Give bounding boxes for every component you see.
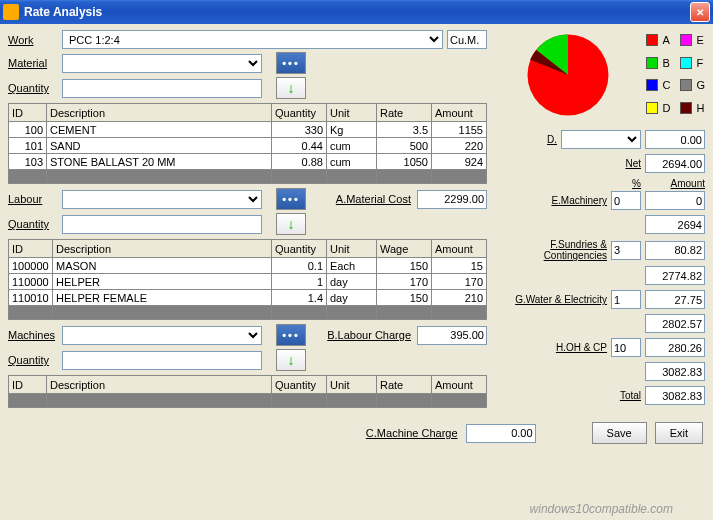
save-button[interactable]: Save [592,422,647,444]
legend-swatch [646,34,658,46]
machines-select[interactable] [62,326,262,345]
table-row [9,394,487,408]
table-row[interactable]: 100000MASON0.1Each15015 [9,258,487,274]
col-qty: Quantity [272,104,327,122]
labour-table: ID Description Quantity Unit Wage Amount… [8,239,487,320]
subtotal-3[interactable] [645,314,705,333]
f-label: F.Sundries & Contingencies [495,239,607,261]
pie-chart [523,30,613,120]
subtotal-1[interactable] [645,215,705,234]
app-icon [3,4,19,20]
table-row[interactable]: 110000HELPER1day170170 [9,274,487,290]
machine-charge-value[interactable] [466,424,536,443]
table-row[interactable]: 100CEMENT330Kg3.51155 [9,122,487,138]
labour-label: Labour [8,193,58,205]
table-row[interactable]: 101SAND0.44cum500220 [9,138,487,154]
machine-charge-label: C.Machine Charge [366,427,458,439]
e-label: E.Machinery [495,195,607,206]
net-value[interactable] [645,154,705,173]
labour-charge-label: B.Labour Charge [327,329,411,341]
material-cost-label: A.Material Cost [336,193,411,205]
col-amt: Amount [432,104,487,122]
h-label: H.OH & CP [495,342,607,353]
amt-header: Amount [645,178,705,189]
total-label: Total [495,390,641,401]
material-qty-input[interactable] [62,79,262,98]
h-pc[interactable] [611,338,641,357]
net-label: Net [495,158,641,169]
labour-qty-input[interactable] [62,215,262,234]
table-row [9,306,487,320]
col-id: ID [9,104,47,122]
table-row [9,170,487,184]
total-value[interactable] [645,386,705,405]
material-qty-label: Quantity [8,82,58,94]
exit-button[interactable]: Exit [655,422,703,444]
labour-lookup-button[interactable]: ••• [276,188,306,210]
g-pc[interactable] [611,290,641,309]
col-unit: Unit [327,104,377,122]
f-amt[interactable] [645,241,705,260]
titlebar: Rate Analysis ✕ [0,0,713,24]
e-amt[interactable] [645,191,705,210]
g-amt[interactable] [645,290,705,309]
material-add-button[interactable]: ↓ [276,77,306,99]
h-amt[interactable] [645,338,705,357]
subtotal-4[interactable] [645,362,705,381]
col-desc: Description [47,104,272,122]
work-label: Work [8,34,58,46]
labour-select[interactable] [62,190,262,209]
table-row[interactable]: 110010HELPER FEMALE1.4day150210 [9,290,487,306]
material-cost-value[interactable] [417,190,487,209]
close-button[interactable]: ✕ [690,2,710,22]
legend: A E B F C G D H [646,30,705,120]
material-select[interactable] [62,54,262,73]
material-lookup-button[interactable]: ••• [276,52,306,74]
d-value[interactable] [645,130,705,149]
labour-qty-label: Quantity [8,218,58,230]
machines-table: ID Description Quantity Unit Rate Amount [8,375,487,408]
machines-lookup-button[interactable]: ••• [276,324,306,346]
table-row[interactable]: 103STONE BALLAST 20 MM0.88cum1050924 [9,154,487,170]
e-pc[interactable] [611,191,641,210]
machines-add-button[interactable]: ↓ [276,349,306,371]
watermark: windows10compatible.com [530,502,673,516]
work-unit[interactable] [447,30,487,49]
subtotal-2[interactable] [645,266,705,285]
labour-add-button[interactable]: ↓ [276,213,306,235]
work-select[interactable]: PCC 1:2:4 [62,30,443,49]
d-select[interactable] [561,130,641,149]
material-table: ID Description Quantity Unit Rate Amount… [8,103,487,184]
window-title: Rate Analysis [24,5,690,19]
col-rate: Rate [377,104,432,122]
d-label: D. [495,134,557,145]
machines-label: Machines [8,329,58,341]
f-pc[interactable] [611,241,641,260]
material-label: Material [8,57,58,69]
labour-charge-value[interactable] [417,326,487,345]
pc-header: % [611,178,641,189]
g-label: G.Water & Electricity [495,294,607,305]
machines-qty-label: Quantity [8,354,58,366]
machines-qty-input[interactable] [62,351,262,370]
